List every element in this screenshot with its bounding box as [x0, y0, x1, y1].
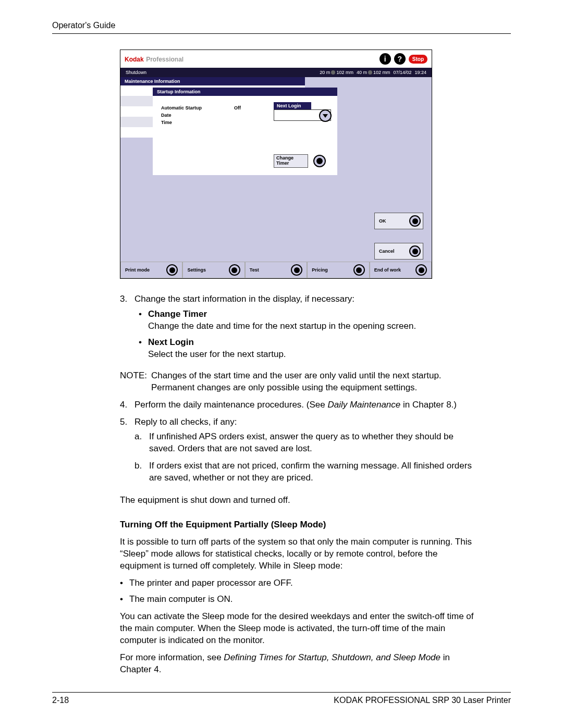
settings-label: Settings [187, 267, 206, 273]
print-mode-button[interactable]: Print mode [120, 262, 182, 278]
screen-title: Shutdown [126, 70, 146, 75]
status-width-2: 102 mm [373, 70, 390, 75]
sleep-para-1: It is possible to turn off parts of the … [120, 536, 480, 572]
test-label: Test [250, 267, 259, 273]
bullet-next-login-title: Next Login [148, 337, 194, 347]
startup-info-header: Startup Information [153, 88, 337, 96]
page-number: 2-18 [52, 696, 69, 705]
end-of-work-label: End of work [374, 267, 401, 273]
dropdown-icon[interactable] [319, 109, 332, 122]
print-mode-label: Print mode [125, 267, 150, 273]
list-number: 4. [120, 399, 134, 411]
ok-button[interactable]: OK [374, 213, 423, 229]
app-titlebar: Kodak Professional i ? Stop [120, 50, 432, 68]
end-of-work-button[interactable]: End of work [370, 262, 432, 278]
next-login-label: Next Login [274, 102, 311, 109]
status-time: 19:24 [414, 70, 426, 75]
bullet-next-login-text: Select the user for the next startup. [148, 349, 286, 359]
note-text: Changes of the start time and the user a… [151, 370, 480, 394]
brand-professional: Professional [146, 56, 183, 63]
sleep-p3a: For more information, see [120, 652, 224, 662]
button-icon [415, 264, 427, 276]
info-icon[interactable]: i [380, 53, 391, 65]
button-icon [409, 215, 421, 227]
sleep-bullet-2: The main computer is ON. [129, 594, 480, 606]
change-timer-button[interactable] [313, 155, 326, 167]
step-3-text: Change the start information in the disp… [134, 294, 354, 304]
help-icon[interactable]: ? [394, 53, 406, 65]
step-4-text-c: in Chapter 8.) [400, 400, 457, 410]
maintenance-info-header: Maintenance Information [120, 77, 305, 85]
button-icon [409, 245, 421, 257]
sleep-bullet-1: The printer and paper processor are OFF. [129, 577, 480, 589]
header-rule [52, 33, 511, 34]
step-4-text-a: Perform the daily maintenance procedures… [134, 400, 327, 410]
list-alpha: b. [134, 460, 142, 472]
next-login-dropdown[interactable] [274, 109, 331, 121]
brand: Kodak Professional [125, 54, 183, 64]
settings-button[interactable]: Settings [182, 262, 244, 278]
date-label: Date [161, 113, 234, 118]
brand-kodak: Kodak [125, 56, 144, 63]
status-dot-icon [331, 70, 335, 75]
ok-label: OK [379, 218, 386, 224]
button-icon [353, 264, 365, 276]
status-length-2: 40 m [357, 70, 367, 75]
auto-startup-label: Automatic Startup [161, 105, 234, 110]
button-icon [166, 264, 178, 276]
change-timer-group: Change Timer [274, 154, 331, 168]
page-footer: 2-18 KODAK PROFESSIONAL SRP 30 Laser Pri… [52, 692, 511, 705]
para-shutdown: The equipment is shut down and turned of… [120, 495, 480, 507]
step-5b-text: If orders exist that are not priced, con… [149, 461, 472, 483]
cancel-button[interactable]: Cancel [374, 243, 423, 260]
bullet-change-timer-title: Change Timer [148, 309, 207, 319]
sleep-p3-italic: Defining Times for Startup, Shutdown, an… [224, 652, 440, 662]
next-login-group: Next Login [274, 102, 331, 121]
step-4-text-italic: Daily Maintenance [327, 400, 400, 410]
step-5a-text: If unfinished APS orders exist, answer t… [149, 431, 454, 453]
auto-startup-value: Off [234, 105, 265, 110]
list-alpha: a. [134, 431, 142, 443]
list-number: 5. [120, 416, 134, 490]
stop-button[interactable]: Stop [409, 55, 427, 64]
button-icon [229, 264, 240, 276]
status-width-1: 102 mm [336, 70, 353, 75]
change-timer-label: Change Timer [274, 154, 308, 168]
note-label: NOTE: [120, 370, 151, 394]
cancel-label: Cancel [379, 249, 395, 254]
time-label: Time [161, 120, 234, 125]
bullet-change-timer-text: Change the date and time for the next st… [148, 321, 416, 331]
list-number: 3. [120, 293, 134, 365]
pricing-label: Pricing [312, 267, 328, 273]
header-title: Operator's Guide [52, 21, 511, 30]
sleep-para-2: You can activate the Sleep mode for the … [120, 611, 480, 647]
status-bar: Shutdown 20 m102 mm 40 m102 mm 07/14/02 … [120, 68, 432, 77]
startup-info-panel: Startup Information Automatic Startup Of… [153, 88, 337, 175]
status-date: 07/14/02 [393, 70, 411, 75]
test-button[interactable]: Test [245, 262, 307, 278]
sleep-para-3: For more information, see Defining Times… [120, 652, 480, 676]
status-dot-icon [368, 70, 372, 75]
button-icon [291, 264, 302, 276]
section-heading-sleep: Turning Off the Equipment Partially (Sle… [120, 519, 480, 531]
bottom-nav: Print mode Settings Test Pricing End of … [120, 262, 432, 278]
embedded-screenshot: Kodak Professional i ? Stop Shutdown 20 … [120, 50, 432, 279]
pricing-button[interactable]: Pricing [307, 262, 369, 278]
step-5-text: Reply to all checks, if any: [134, 417, 237, 427]
status-length-1: 20 m [320, 70, 330, 75]
document-body: 3. Change the start information in the d… [120, 293, 480, 675]
product-name: KODAK PROFESSIONAL SRP 30 Laser Printer [334, 696, 511, 705]
